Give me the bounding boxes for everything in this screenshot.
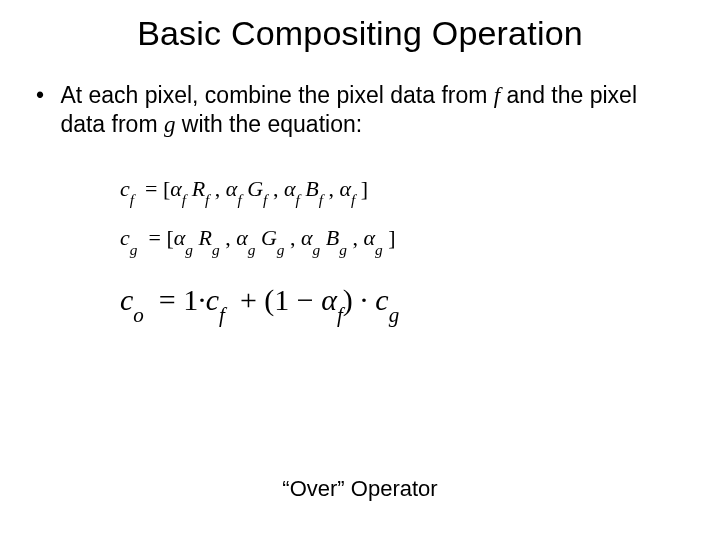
bullet-text: At each pixel, combine the pixel data fr… <box>60 81 680 140</box>
alpha-icon: α <box>226 176 238 201</box>
equation-co: co = 1·cf + (1 − αf) · cg <box>120 283 720 323</box>
eq-cg2-sub: g <box>389 303 400 327</box>
equation-cf: cf = [αf Rf , αf Gf , αf Bf , αf ] <box>120 176 720 205</box>
alpha-icon: α <box>236 225 248 250</box>
bullet-item: • At each pixel, combine the pixel data … <box>36 81 684 140</box>
bullet-pre: At each pixel, combine the pixel data fr… <box>60 82 493 108</box>
alpha-icon: α <box>301 225 313 250</box>
bullet-post: with the equation: <box>175 111 362 137</box>
alpha-icon: α <box>174 225 186 250</box>
alpha-icon: α <box>170 176 182 201</box>
equations-block: cf = [αf Rf , αf Gf , αf Bf , αf ] cg = … <box>120 176 720 323</box>
bullet-dot: • <box>36 81 54 110</box>
alpha-icon: α <box>363 225 375 250</box>
eq-cf: c <box>206 283 219 316</box>
eq-cf-lhs: c <box>120 176 130 201</box>
eq-cg-lhs: c <box>120 225 130 250</box>
eq-co-sub: o <box>133 303 144 327</box>
eq-one: 1 <box>183 283 198 316</box>
eq-cg-sub: g <box>130 241 138 258</box>
eq-cf2-sub: f <box>219 303 225 327</box>
eq-alpha-sub: f <box>337 303 343 327</box>
alpha-icon: α <box>284 176 296 201</box>
alpha-icon: α <box>339 176 351 201</box>
eq-cf-sub: f <box>130 191 134 208</box>
caption-over-operator: “Over” Operator <box>0 476 720 502</box>
eq-co-lhs: c <box>120 283 133 316</box>
alpha-icon: α <box>321 283 337 316</box>
slide-title: Basic Compositing Operation <box>0 0 720 53</box>
equation-cg: cg = [αg Rg , αg Gg , αg Bg , αg ] <box>120 225 720 254</box>
bullet-var-g: g <box>164 112 176 137</box>
eq-cg: c <box>375 283 388 316</box>
slide: Basic Compositing Operation • At each pi… <box>0 0 720 540</box>
